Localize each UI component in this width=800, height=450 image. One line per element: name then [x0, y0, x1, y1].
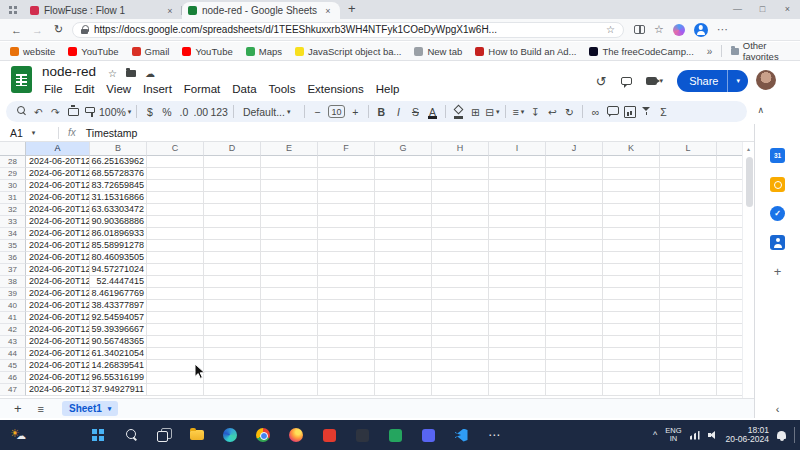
- cell-empty[interactable]: [489, 288, 546, 300]
- volume-icon[interactable]: [708, 431, 718, 440]
- menu-item[interactable]: Format: [178, 82, 226, 96]
- row-header[interactable]: 37: [0, 264, 26, 276]
- new-tab-button[interactable]: +: [348, 1, 356, 16]
- close-button[interactable]: ×: [775, 0, 800, 19]
- version-history-icon[interactable]: ↺: [596, 74, 607, 89]
- sheet-tab-sheet1[interactable]: Sheet1 ▾: [62, 401, 118, 416]
- cell-empty[interactable]: [603, 312, 660, 324]
- cell-empty[interactable]: [204, 204, 261, 216]
- cell-empty[interactable]: [318, 192, 375, 204]
- cell-empty[interactable]: [717, 348, 742, 360]
- cell-empty[interactable]: [660, 348, 717, 360]
- row-header[interactable]: 38: [0, 276, 26, 288]
- browser-menu-icon[interactable]: ⋯: [717, 23, 728, 36]
- cell-empty[interactable]: [546, 240, 603, 252]
- bold-icon[interactable]: B: [373, 103, 390, 121]
- search-button[interactable]: [119, 423, 143, 447]
- sheets-logo-icon[interactable]: [11, 66, 32, 93]
- language-indicator[interactable]: ENG IN: [665, 427, 681, 444]
- cell-empty[interactable]: [204, 240, 261, 252]
- column-header[interactable]: D: [204, 142, 261, 156]
- cell-empty[interactable]: [660, 264, 717, 276]
- cell-timestamp[interactable]: 2024-06-20T12:: [26, 216, 90, 228]
- tab-actions-icon[interactable]: [6, 3, 21, 17]
- cell-empty[interactable]: [147, 240, 204, 252]
- split-screen-icon[interactable]: [634, 25, 645, 34]
- print-icon[interactable]: [64, 103, 81, 121]
- menu-item[interactable]: Tools: [263, 82, 302, 96]
- cell-empty[interactable]: [375, 156, 432, 168]
- share-dropdown-icon[interactable]: ▾: [728, 77, 748, 85]
- borders-icon[interactable]: ⊞: [467, 103, 484, 121]
- cell-empty[interactable]: [375, 312, 432, 324]
- cell-empty[interactable]: [204, 348, 261, 360]
- cell-empty[interactable]: [489, 240, 546, 252]
- cell-empty[interactable]: [717, 192, 742, 204]
- app-icon-4[interactable]: [416, 423, 440, 447]
- document-title[interactable]: node-red: [42, 64, 96, 79]
- cell-empty[interactable]: [204, 228, 261, 240]
- font-select[interactable]: Default...: [238, 103, 300, 121]
- cell-empty[interactable]: [318, 252, 375, 264]
- cell-empty[interactable]: [489, 264, 546, 276]
- cell-value[interactable]: 85.58991278: [90, 240, 147, 252]
- cell-empty[interactable]: [204, 312, 261, 324]
- cell-empty[interactable]: [375, 240, 432, 252]
- cell-empty[interactable]: [375, 360, 432, 372]
- column-header[interactable]: J: [546, 142, 603, 156]
- cell-empty[interactable]: [318, 288, 375, 300]
- tab-close-icon[interactable]: ×: [322, 6, 334, 16]
- vertical-align-icon[interactable]: ↧: [527, 103, 544, 121]
- cell-empty[interactable]: [261, 240, 318, 252]
- cell-empty[interactable]: [660, 372, 717, 384]
- cell-timestamp[interactable]: 2024-06-20T12:: [26, 156, 90, 168]
- notifications-icon[interactable]: [777, 431, 786, 439]
- bookmark-item[interactable]: Maps: [246, 46, 282, 57]
- cell-empty[interactable]: [432, 360, 489, 372]
- cell-empty[interactable]: [318, 276, 375, 288]
- column-header[interactable]: F: [318, 142, 375, 156]
- cell-empty[interactable]: [717, 336, 742, 348]
- cell-value[interactable]: 90.90368886: [90, 216, 147, 228]
- row-header[interactable]: 28: [0, 156, 26, 168]
- cell-empty[interactable]: [147, 360, 204, 372]
- strikethrough-icon[interactable]: S: [407, 103, 424, 121]
- cell-empty[interactable]: [489, 216, 546, 228]
- row-header[interactable]: 36: [0, 252, 26, 264]
- text-wrap-icon[interactable]: ↩: [544, 103, 561, 121]
- app-icon-3[interactable]: [383, 423, 407, 447]
- cell-empty[interactable]: [204, 168, 261, 180]
- cell-empty[interactable]: [717, 372, 742, 384]
- cell-empty[interactable]: [489, 372, 546, 384]
- cell-empty[interactable]: [717, 264, 742, 276]
- menu-item[interactable]: Insert: [137, 82, 178, 96]
- account-avatar[interactable]: [756, 70, 776, 90]
- cell-timestamp[interactable]: 2024-06-20T12:: [26, 372, 90, 384]
- fill-color-icon[interactable]: [450, 103, 467, 121]
- cell-empty[interactable]: [717, 276, 742, 288]
- cell-timestamp[interactable]: 2024-06-20T12:: [26, 204, 90, 216]
- cell-empty[interactable]: [717, 180, 742, 192]
- cell-empty[interactable]: [261, 192, 318, 204]
- cell-empty[interactable]: [489, 192, 546, 204]
- share-label[interactable]: Share: [677, 70, 728, 92]
- lock-icon[interactable]: [81, 25, 88, 34]
- cell-empty[interactable]: [318, 324, 375, 336]
- cell-empty[interactable]: [546, 276, 603, 288]
- cell-empty[interactable]: [432, 372, 489, 384]
- cell-empty[interactable]: [546, 216, 603, 228]
- cell-empty[interactable]: [375, 180, 432, 192]
- vscode-icon[interactable]: [449, 423, 473, 447]
- row-header[interactable]: 39: [0, 288, 26, 300]
- cell-empty[interactable]: [318, 168, 375, 180]
- cell-empty[interactable]: [603, 372, 660, 384]
- cell-timestamp[interactable]: 2024-06-20T12:: [26, 384, 90, 396]
- select-all-corner[interactable]: [0, 142, 26, 156]
- row-header[interactable]: 29: [0, 168, 26, 180]
- cell-empty[interactable]: [318, 228, 375, 240]
- keep-icon[interactable]: [770, 177, 785, 192]
- cell-empty[interactable]: [147, 288, 204, 300]
- add-sheet-button[interactable]: +: [14, 401, 22, 416]
- cell-timestamp[interactable]: 2024-06-20T12:: [26, 348, 90, 360]
- cell-empty[interactable]: [603, 216, 660, 228]
